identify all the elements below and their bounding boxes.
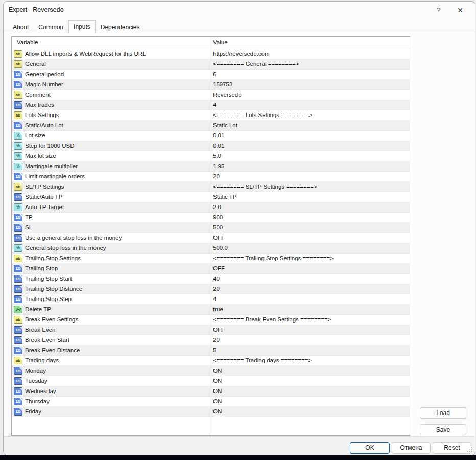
double-icon: ½: [14, 132, 22, 140]
param-row[interactable]: abSL/TP Settings<======== SL/TP Settings…: [12, 182, 410, 192]
param-row[interactable]: 123TuesdayON: [12, 376, 410, 386]
param-row[interactable]: 123TP900: [12, 213, 410, 223]
param-row[interactable]: abTrading days<======== Trading days ===…: [12, 356, 410, 366]
number-icon: 123: [14, 101, 22, 109]
param-row[interactable]: 123Trailing StopOFF: [12, 264, 410, 274]
tab-inputs[interactable]: Inputs: [68, 20, 96, 33]
param-value[interactable]: 1.95: [213, 162, 224, 171]
tab-common[interactable]: Common: [34, 22, 68, 33]
param-value[interactable]: ON: [213, 386, 222, 396]
param-value[interactable]: 0.01: [213, 131, 224, 141]
param-row[interactable]: 123Limit martingale orders20: [12, 172, 410, 182]
param-value[interactable]: 20: [213, 172, 220, 181]
param-value[interactable]: 0.01: [213, 141, 224, 151]
param-row[interactable]: abGeneral<======== General ========>: [12, 59, 410, 70]
ab-icon: ab: [14, 111, 22, 119]
param-row[interactable]: 123Trailing Stop Start40: [12, 274, 410, 284]
param-row[interactable]: abLots Settings<======== Lots Settings =…: [12, 110, 410, 121]
resize-grip[interactable]: [467, 447, 473, 453]
param-row[interactable]: ½Auto TP Target2.0: [12, 202, 410, 213]
param-value[interactable]: 5: [213, 346, 216, 355]
param-value[interactable]: 900: [213, 213, 223, 222]
param-value[interactable]: 5.0: [213, 151, 221, 161]
param-row[interactable]: 123FridayON: [12, 407, 410, 417]
param-row[interactable]: 123Trailing Stop Distance20: [12, 284, 410, 294]
param-value[interactable]: https://reversedo.com: [213, 49, 270, 59]
double-icon: ½: [14, 203, 22, 211]
param-row[interactable]: 123MondayON: [12, 366, 410, 376]
param-row[interactable]: ½Max lot size5.0: [12, 151, 410, 162]
param-row[interactable]: 123SL500: [12, 223, 410, 233]
param-row[interactable]: 123Break Even Distance5: [12, 346, 410, 356]
param-value[interactable]: 20: [213, 335, 220, 345]
param-value[interactable]: ON: [213, 376, 222, 386]
title-bar[interactable]: Expert - Reversedo ? ✕: [4, 2, 475, 20]
param-value[interactable]: ON: [213, 397, 222, 406]
param-value[interactable]: <======== Trailing Stop Settings =======…: [213, 254, 334, 263]
param-row[interactable]: 123Break EvenOFF: [12, 325, 410, 335]
param-value[interactable]: 4: [213, 294, 216, 304]
param-value[interactable]: ON: [213, 407, 222, 417]
param-row[interactable]: 123General period6: [12, 70, 410, 80]
param-row[interactable]: ½Step for 1000 USD0.01: [12, 141, 410, 151]
ab-icon: ab: [14, 60, 22, 68]
tab-about[interactable]: About: [8, 22, 33, 33]
param-row[interactable]: 123WednesdayON: [12, 386, 410, 397]
param-value[interactable]: 500: [213, 223, 223, 233]
param-value[interactable]: true: [213, 305, 223, 314]
tab-dependencies[interactable]: Dependencies: [96, 22, 145, 33]
param-value[interactable]: Static Lot: [213, 121, 237, 130]
param-row[interactable]: 123Static/Auto LotStatic Lot: [12, 121, 410, 131]
number-icon: 123: [14, 193, 22, 201]
param-variable: Trailing Stop: [25, 264, 58, 273]
param-value[interactable]: <======== General ========>: [213, 59, 299, 69]
number-icon: 123: [14, 265, 22, 272]
param-value[interactable]: 40: [213, 274, 220, 284]
param-value[interactable]: Static TP: [213, 192, 236, 202]
param-row[interactable]: 123Magic Number159753: [12, 80, 410, 90]
param-row[interactable]: 123Break Even Start20: [12, 335, 410, 346]
param-value[interactable]: 6: [213, 70, 216, 79]
param-row[interactable]: abBreak Even Settings<======== Break Eve…: [12, 315, 410, 325]
ok-button[interactable]: OK: [350, 442, 390, 454]
param-row[interactable]: 123ThursdayON: [12, 397, 410, 407]
param-row[interactable]: abTrailing Stop Settings<======== Traili…: [12, 254, 410, 264]
param-value[interactable]: 4: [213, 100, 216, 110]
help-button[interactable]: ?: [431, 5, 446, 16]
param-value[interactable]: <======== Lots Settings ========>: [213, 110, 312, 120]
param-value[interactable]: Reversedo: [213, 90, 242, 100]
param-value[interactable]: 2.0: [213, 202, 221, 212]
param-row[interactable]: 123Max trades4: [12, 100, 410, 110]
param-value[interactable]: <======== SL/TP Settings ========>: [213, 182, 317, 192]
param-row[interactable]: 123Static/Auto TPStatic TP: [12, 192, 410, 202]
param-rows: abAllow DLL imports & WebRequest for thi…: [12, 49, 410, 417]
save-button[interactable]: Save: [420, 424, 466, 435]
param-value[interactable]: OFF: [213, 233, 225, 243]
param-row[interactable]: abAllow DLL imports & WebRequest for thi…: [12, 49, 410, 59]
parameters-table: Variable Value abAllow DLL imports & Web…: [11, 36, 410, 436]
param-value[interactable]: OFF: [213, 264, 225, 273]
double-icon: ½: [14, 244, 22, 252]
param-row[interactable]: Delete TPtrue: [12, 305, 410, 315]
number-icon: 123: [14, 71, 22, 78]
load-button[interactable]: Load: [420, 407, 466, 419]
param-row[interactable]: ½Martingale multiplier1.95: [12, 162, 410, 172]
param-value[interactable]: 159753: [213, 80, 232, 89]
reset-button[interactable]: Reset: [433, 442, 471, 454]
param-row[interactable]: ½General stop loss in the money500.0: [12, 243, 410, 254]
param-value[interactable]: 20: [213, 284, 220, 294]
number-icon: 123: [14, 408, 22, 416]
param-row[interactable]: abCommentReversedo: [12, 90, 410, 100]
param-value[interactable]: <======== Trading days ========>: [213, 356, 312, 365]
param-row[interactable]: 123Trailing Stop Step4: [12, 294, 410, 305]
param-value[interactable]: ON: [213, 366, 222, 376]
param-variable: Wednesday: [25, 386, 56, 396]
param-value[interactable]: 500.0: [213, 243, 228, 253]
param-row[interactable]: ½Lot size0.01: [12, 131, 410, 141]
param-row[interactable]: 123Use a general stop loss in the moneyO…: [12, 233, 410, 243]
param-value[interactable]: <======== Break Even Settings ========>: [213, 315, 331, 325]
param-variable: Step for 1000 USD: [25, 141, 75, 151]
cancel-button[interactable]: Отмена: [392, 442, 431, 454]
close-icon[interactable]: ✕: [453, 5, 468, 16]
param-value[interactable]: OFF: [213, 325, 225, 335]
